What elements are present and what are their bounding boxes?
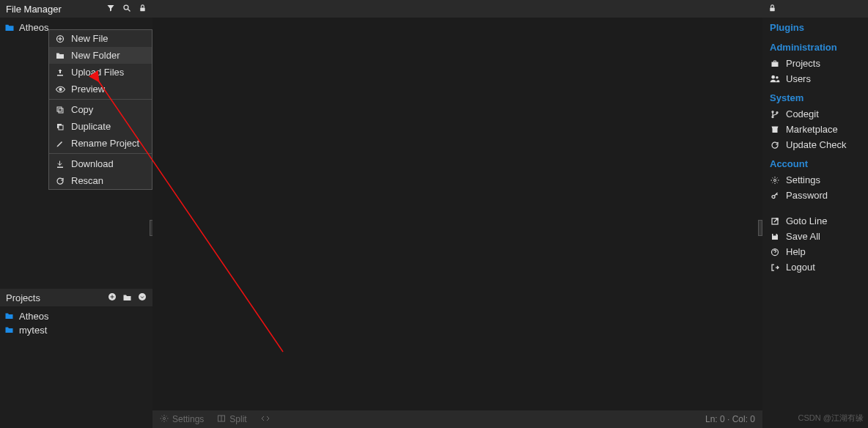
svg-point-28 — [772, 195, 775, 198]
split-button[interactable]: Split — [217, 414, 246, 425]
code-icon — [260, 414, 271, 425]
lock-icon[interactable] — [768, 4, 776, 15]
ctx-duplicate[interactable]: Duplicate — [49, 118, 152, 135]
svg-line-1 — [128, 9, 130, 11]
svg-point-16 — [139, 293, 146, 300]
upload-icon — [55, 68, 65, 77]
ctx-rescan[interactable]: Rescan — [49, 172, 152, 189]
filter-icon[interactable] — [106, 4, 115, 15]
rp-label: Users — [786, 73, 811, 84]
rp-label: Logout — [786, 262, 815, 273]
project-label: mytest — [19, 325, 47, 336]
svg-point-27 — [774, 179, 776, 181]
svg-rect-8 — [59, 108, 63, 113]
svg-rect-30 — [773, 234, 776, 236]
svg-rect-20 — [770, 7, 774, 11]
rp-label: Goto Line — [786, 215, 827, 226]
external-link-icon — [770, 217, 780, 226]
context-menu: New File New Folder Upload Files Preview… — [48, 29, 152, 190]
search-icon[interactable] — [122, 4, 131, 15]
folder-projects-icon[interactable] — [122, 292, 132, 303]
svg-point-0 — [124, 5, 128, 10]
copy-icon — [55, 106, 65, 114]
svg-rect-2 — [140, 7, 144, 11]
project-item[interactable]: mytest — [4, 323, 148, 337]
settings-button[interactable]: Settings — [160, 414, 204, 425]
svg-rect-9 — [57, 107, 62, 111]
rp-label: Settings — [786, 174, 820, 185]
help[interactable]: Help — [770, 244, 861, 259]
project-label: Atheos — [19, 311, 48, 322]
svg-point-23 — [776, 76, 779, 79]
administration-heading: Administration — [770, 42, 861, 53]
account-password[interactable]: Password — [770, 188, 861, 203]
svg-rect-6 — [57, 75, 63, 76]
folder-icon — [55, 52, 65, 59]
ctx-rename-project[interactable]: Rename Project — [49, 135, 152, 152]
cursor-position: Ln: 0 · Col: 0 — [705, 414, 755, 424]
code-button[interactable] — [260, 414, 271, 425]
account-settings[interactable]: Settings — [770, 172, 861, 188]
briefcase-icon — [770, 59, 780, 67]
rp-label: Save All — [786, 231, 820, 242]
rp-label: Password — [786, 190, 828, 201]
system-update-check[interactable]: Update Check — [770, 137, 861, 152]
admin-projects[interactable]: Projects — [770, 56, 861, 71]
projects-title: Projects — [6, 292, 40, 303]
editor-area[interactable] — [152, 18, 762, 410]
svg-rect-11 — [59, 125, 63, 130]
save-all[interactable]: Save All — [770, 229, 861, 244]
goto-line[interactable]: Goto Line — [770, 213, 861, 229]
ctx-label: New Folder — [71, 50, 119, 61]
ctx-label: Copy — [71, 104, 93, 115]
users-icon — [770, 75, 780, 83]
svg-point-7 — [59, 88, 61, 90]
svg-point-24 — [772, 111, 773, 112]
plugins-heading: Plugins — [770, 22, 861, 33]
ctx-download[interactable]: Download — [49, 155, 152, 172]
gear-icon — [160, 414, 169, 425]
rp-label: Projects — [786, 58, 820, 69]
tree-root-label: Atheos — [19, 22, 48, 33]
ctx-copy[interactable]: Copy — [49, 101, 152, 118]
logout[interactable]: Logout — [770, 259, 861, 275]
ctx-label: Rename Project — [71, 138, 139, 149]
folder-icon — [4, 312, 15, 320]
editor-tabbar — [152, 0, 762, 18]
watermark: CSDN @江湖有缘 — [798, 413, 864, 424]
right-resize-handle[interactable] — [758, 220, 762, 236]
ctx-label: New File — [71, 33, 108, 44]
ctx-separator — [49, 153, 152, 154]
chevron-down-icon[interactable] — [138, 292, 147, 303]
editor-statusbar: Settings Split Ln: 0 · Col: 0 — [152, 410, 762, 428]
ctx-new-folder[interactable]: New Folder — [49, 47, 152, 64]
system-heading: System — [770, 92, 861, 103]
folder-icon — [4, 326, 15, 334]
rp-label: Help — [786, 246, 806, 257]
svg-point-25 — [772, 116, 773, 117]
system-codegit[interactable]: Codegit — [770, 106, 861, 122]
admin-users[interactable]: Users — [770, 71, 861, 86]
lock-icon[interactable] — [139, 4, 147, 15]
ctx-label: Upload Files — [71, 67, 124, 78]
add-project-icon[interactable] — [108, 292, 117, 303]
system-marketplace[interactable]: Marketplace — [770, 122, 861, 137]
folder-icon — [4, 23, 15, 32]
right-panel: Plugins Administration Projects Users Sy… — [762, 0, 868, 428]
logout-icon — [770, 263, 780, 272]
projects-list: Atheos mytest — [0, 306, 152, 340]
ctx-upload-files[interactable]: Upload Files — [49, 64, 152, 81]
ctx-new-file[interactable]: New File — [49, 30, 152, 47]
split-label: Split — [229, 414, 246, 424]
ctx-separator — [49, 99, 152, 100]
ctx-label: Preview — [71, 84, 105, 95]
download-icon — [55, 160, 65, 169]
project-item[interactable]: Atheos — [4, 309, 148, 323]
ctx-label: Duplicate — [71, 121, 111, 132]
key-icon — [770, 191, 780, 200]
ctx-preview[interactable]: Preview — [49, 81, 152, 97]
gear-icon — [770, 176, 780, 185]
rp-label: Update Check — [786, 139, 846, 150]
git-branch-icon — [770, 110, 780, 119]
svg-point-22 — [771, 75, 775, 79]
